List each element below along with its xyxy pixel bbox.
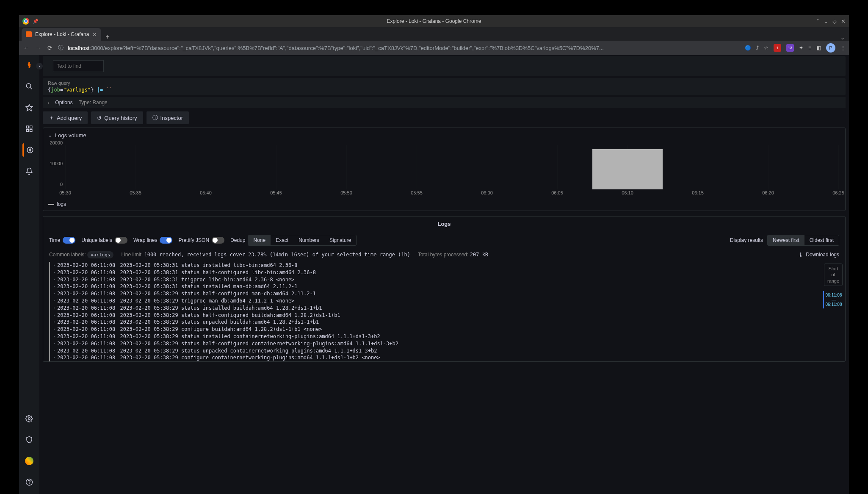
log-line[interactable]: ›2023-02-20 06:11:08 2023-02-20 05:38:29… — [49, 333, 821, 340]
alerting-icon[interactable] — [22, 164, 36, 178]
close-tab-icon[interactable]: ✕ — [92, 31, 97, 38]
dedup-option-none[interactable]: None — [248, 235, 271, 245]
log-expand-icon[interactable]: › — [53, 354, 55, 361]
extensions-icon[interactable]: ✦ — [799, 45, 803, 51]
log-line[interactable]: ›2023-02-20 06:11:08 2023-02-20 05:38:31… — [49, 262, 821, 269]
text-to-find-input[interactable] — [53, 60, 104, 72]
log-line[interactable]: ›2023-02-20 06:11:08 2023-02-20 05:38:29… — [49, 312, 821, 319]
log-message: 2023-02-20 05:38:31 status installed lib… — [120, 262, 298, 269]
log-line[interactable]: ›2023-02-20 06:11:08 2023-02-20 05:38:29… — [49, 326, 821, 333]
options-label: Options — [55, 100, 72, 105]
log-expand-icon[interactable]: › — [53, 347, 55, 354]
tab-list-dropdown-icon[interactable]: ⌄ — [840, 35, 845, 41]
log-expand-icon[interactable]: › — [53, 283, 55, 289]
svg-line-1 — [30, 87, 32, 89]
log-expand-icon[interactable]: › — [53, 326, 55, 332]
x-tick: 05:55 — [411, 190, 423, 195]
search-icon[interactable] — [22, 80, 36, 93]
wrap-lines-toggle[interactable] — [160, 237, 172, 244]
log-line[interactable]: ›2023-02-20 06:11:08 2023-02-20 05:38:29… — [49, 347, 821, 355]
profile-avatar[interactable]: P — [826, 43, 835, 53]
dashboards-icon[interactable] — [22, 122, 36, 136]
url-field[interactable]: localhost:3000/explore?left=%7B"datasour… — [68, 45, 741, 51]
help-icon[interactable] — [22, 475, 36, 489]
explore-icon[interactable] — [22, 143, 36, 157]
display-option-oldest-first[interactable]: Oldest first — [804, 235, 839, 245]
log-expand-icon[interactable]: › — [53, 276, 55, 283]
prettify-json-toggle[interactable] — [212, 237, 224, 244]
logs-volume-chart[interactable]: 01000020000 05:3005:3505:4005:4505:5005:… — [48, 144, 840, 199]
pin-icon[interactable]: 📌 — [33, 19, 39, 24]
inspector-icon: ⓘ — [152, 114, 158, 122]
grafana-logo-icon[interactable] — [22, 58, 36, 72]
side-panel-icon[interactable]: ◧ — [816, 45, 821, 51]
log-expand-icon[interactable]: › — [53, 305, 55, 311]
log-line[interactable]: ›2023-02-20 06:11:08 2023-02-20 05:38:29… — [49, 340, 821, 347]
unique-labels-toggle-label: Unique labels — [81, 237, 112, 243]
common-labels-label: Common labels: — [49, 252, 86, 258]
chrome-menu-icon[interactable]: ⋮ — [840, 45, 846, 51]
back-icon[interactable]: ← — [22, 44, 30, 51]
download-logs-button[interactable]: ⭳ Download logs — [798, 252, 839, 258]
log-lines: ›2023-02-20 06:11:08 2023-02-20 05:38:31… — [49, 262, 821, 361]
logs-volume-header[interactable]: ⌄ Logs volume — [44, 129, 844, 142]
common-label-pill[interactable]: varlogs — [87, 251, 113, 258]
log-expand-icon[interactable]: › — [53, 333, 55, 339]
expand-down-icon[interactable]: ⌄ — [824, 18, 828, 25]
log-line[interactable]: ›2023-02-20 06:11:08 2023-02-20 05:38:29… — [49, 297, 821, 305]
log-line[interactable]: ›2023-02-20 06:11:08 2023-02-20 05:38:29… — [49, 290, 821, 297]
inspector-button[interactable]: ⓘInspector — [147, 111, 189, 124]
server-admin-icon[interactable] — [22, 433, 36, 447]
dedup-option-exact[interactable]: Exact — [271, 235, 293, 245]
log-line[interactable]: ›2023-02-20 06:11:08 2023-02-20 05:38:29… — [49, 354, 821, 361]
gtranslate-icon[interactable]: 🔵 — [745, 45, 751, 51]
log-line[interactable]: ›2023-02-20 06:11:08 2023-02-20 05:38:29… — [49, 305, 821, 312]
log-expand-icon[interactable]: › — [53, 319, 55, 325]
log-line[interactable]: ›2023-02-20 06:11:08 2023-02-20 05:38:31… — [49, 283, 821, 290]
log-line[interactable]: ›2023-02-20 06:11:08 2023-02-20 05:38:31… — [49, 276, 821, 283]
ublock-icon[interactable]: 1 — [774, 44, 781, 52]
configuration-icon[interactable] — [22, 412, 36, 425]
log-level-bar-icon — [49, 276, 50, 283]
time-toggle[interactable] — [63, 237, 75, 244]
new-tab-button[interactable]: + — [101, 33, 113, 41]
starred-icon[interactable] — [22, 101, 36, 114]
forward-icon[interactable]: → — [34, 44, 42, 51]
reload-icon[interactable]: ⟳ — [46, 44, 54, 51]
options-row[interactable]: › Options Type: Range — [43, 97, 846, 108]
y-tick: 20000 — [50, 140, 63, 145]
inbox-ext-icon[interactable]: 13 — [786, 44, 794, 52]
display-option-newest-first[interactable]: Newest first — [768, 235, 804, 245]
log-expand-icon[interactable]: › — [53, 269, 55, 275]
minimize-icon[interactable]: ˅ — [816, 18, 819, 25]
log-expand-icon[interactable]: › — [53, 340, 55, 347]
sidebar-expand-icon[interactable]: › — [36, 63, 43, 69]
log-expand-icon[interactable]: › — [53, 290, 55, 297]
user-avatar-icon[interactable] — [22, 454, 36, 468]
log-line[interactable]: ›2023-02-20 06:11:08 2023-02-20 05:38:29… — [49, 319, 821, 326]
log-line[interactable]: ›2023-02-20 06:11:08 2023-02-20 05:38:31… — [49, 269, 821, 276]
dedup-option-numbers[interactable]: Numbers — [293, 235, 324, 245]
browser-tab[interactable]: Explore - Loki - Grafana ✕ — [22, 28, 101, 41]
query-history-button[interactable]: ↺Query history — [91, 111, 143, 124]
share-icon[interactable]: ⤴ — [756, 45, 759, 51]
log-expand-icon[interactable]: › — [53, 262, 55, 268]
log-timestamp: 2023-02-20 06:11:08 — [57, 347, 119, 355]
bookmark-icon[interactable]: ☆ — [764, 45, 768, 51]
reading-list-icon[interactable]: ≡ — [808, 45, 811, 51]
grafana-app: › — [19, 55, 849, 494]
visible-range: 06:11:08 — 06:11:08 — [823, 291, 844, 308]
dedup-option-signature[interactable]: Signature — [324, 235, 356, 245]
svg-point-0 — [26, 83, 31, 88]
x-tick: 06:15 — [692, 190, 704, 195]
maximize-icon[interactable]: ◇ — [832, 18, 837, 25]
chart-bar[interactable] — [592, 149, 663, 189]
unique-labels-toggle[interactable] — [115, 237, 127, 244]
add-query-button[interactable]: ＋Add query — [43, 111, 88, 124]
svg-marker-8 — [29, 148, 30, 152]
log-expand-icon[interactable]: › — [53, 312, 55, 318]
close-window-icon[interactable]: ✕ — [841, 18, 846, 25]
total-bytes-value: 207 kB — [470, 252, 488, 258]
site-info-icon[interactable]: ⓘ — [58, 44, 64, 52]
log-expand-icon[interactable]: › — [53, 297, 55, 304]
